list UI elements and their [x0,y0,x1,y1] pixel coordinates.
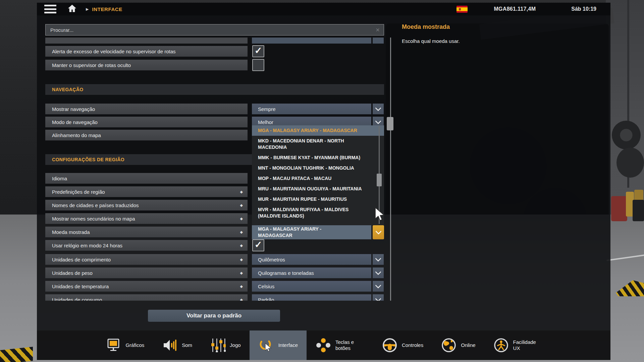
search-input[interactable] [46,27,372,33]
dropdown-chevron-button[interactable] [373,267,384,278]
chevron-down-icon [375,296,381,301]
diamond-icon: ◆ [240,203,243,207]
dropdown-chevron-button[interactable] [373,104,384,114]
currency-dropdown-chevron-button[interactable] [373,225,384,239]
dropdown-field[interactable]: Sempre [252,104,371,114]
section-header-navigation: NAVEGAÇÃO [45,84,384,95]
setting-label-box[interactable]: Unidades de comprimento ◆ [45,254,248,265]
diamond-icon: ◆ [240,257,243,262]
setting-label-box[interactable]: Moeda mostrada ◆ [45,227,248,237]
settings-row: Manter o supervisor de rotas oculto [45,60,384,71]
currency-dropdown-list: MGA - MALAGASY ARIARY - MADAGASCAR MKD -… [252,125,384,225]
dropdown-value: Padrão [258,297,274,301]
clipped-dropdown[interactable] [252,38,371,44]
monitor-icon [105,337,121,353]
tire-stack [616,147,644,178]
setting-label: Unidades de consumo [52,297,102,301]
tab-interface[interactable]: Interface [250,330,307,360]
currency-selected-line2: MADAGASCAR [258,232,368,239]
setting-label: Moeda mostrada [52,229,90,235]
cursor-click-icon [258,337,274,353]
clipped-label-box[interactable] [45,38,248,44]
checkbox[interactable]: ✓ [252,239,264,251]
setting-label-box[interactable]: Usar relógio em modo 24 horas ◆ [45,240,248,251]
dropdown-scrollbar-handle[interactable] [377,174,382,186]
tab-teclas-e-botoes[interactable]: Teclas e botões [307,330,373,360]
settings-scrollbar-track[interactable] [390,38,391,301]
setting-label: Manter o supervisor de rotas oculto [52,62,131,68]
diamond-icon: ◆ [240,230,243,234]
currency-option[interactable]: MOP - MACAU PATACA - MACAU [252,173,384,184]
settings-row: Usar relógio em modo 24 horas ◆ ✓ [45,240,384,251]
diamond-icon: ◆ [240,298,243,301]
setting-label-box[interactable]: Predefinições de região ◆ [45,186,248,197]
menu-icon[interactable] [44,5,56,13]
currency-selected-line1: MGA - MALAGASY ARIARY - [258,226,368,232]
setting-label-box[interactable]: Nomes de cidades e países traduzidos ◆ [45,200,248,210]
setting-label-box[interactable]: Idioma [45,173,248,184]
options-tab-bar: Gráficos Som Jogo Interface Teclas e bot… [37,330,610,360]
currency-option[interactable]: MNT - MONGOLIAN TUGHRIK - MONGOLIA [252,163,384,173]
dropdown-field[interactable]: Quilômetros [252,254,371,265]
setting-label-box[interactable]: Mostrar navegação [45,104,248,114]
dropdown-field[interactable]: Quilogramas e toneladas [252,267,371,278]
setting-label-box[interactable]: Unidades de peso ◆ [45,267,248,278]
setting-label-box[interactable]: Alinhamento do mapa [45,130,248,140]
setting-label-box[interactable]: Manter o supervisor de rotas oculto [45,60,248,70]
settings-row: Unidades de temperatura ◆ Celsius [45,281,384,292]
clipped-setting-row [45,38,384,44]
home-button[interactable] [67,4,77,14]
dropdown-chevron-button[interactable] [373,254,384,265]
dropdown-field[interactable]: Padrão [252,294,371,301]
ets2-options-screen: ▶ INTERFACE MGA861.117,4M Sáb 10:19 × Al… [0,0,644,362]
route-advisor-rows: Alerta de excesso de velocidade no super… [45,46,384,71]
setting-label: Unidades de peso [52,270,93,276]
setting-label-box[interactable]: Mostrar nomes secundários no mapa ◆ [45,213,248,224]
currency-option[interactable]: MGA - MALAGASY ARIARY - MADAGASCAR [252,125,384,136]
tab-jogo[interactable]: Jogo [201,330,250,360]
diamond-icon: ◆ [240,243,243,248]
setting-label-box[interactable]: Unidades de consumo ◆ [45,294,248,301]
currency-selected-field[interactable]: MGA - MALAGASY ARIARY - MADAGASCAR [252,225,371,239]
currency-option[interactable]: MKD - MACEDONIAN DENAR - NORTH MACEDONIA [252,136,384,153]
currency-option[interactable]: MRU - MAURITANIAN OUGUIYA - MAURITANIA [252,184,384,194]
dropdown-field[interactable]: Celsius [252,281,371,292]
setting-label: Idioma [52,176,67,181]
home-icon [67,4,77,14]
tab-graficos[interactable]: Gráficos [97,330,153,360]
clipped-dropdown-button[interactable] [373,38,384,44]
breadcrumb-arrow-icon: ▶ [86,7,89,11]
setting-label-box[interactable]: Modo de navegação [45,117,248,127]
dropdown-chevron-button[interactable] [373,281,384,292]
speaker-icon [162,337,178,353]
setting-label-box[interactable]: Alerta de excesso de velocidade no super… [45,46,248,57]
steering-wheel-icon [382,337,398,353]
tab-som[interactable]: Som [153,330,201,360]
red-barrel [611,196,627,221]
dropdown-chevron-button[interactable] [373,294,384,301]
chevron-down-icon [375,269,381,275]
settings-scrollbar-handle[interactable] [387,117,393,130]
diamond-icon: ◆ [240,271,243,275]
setting-label-box[interactable]: Unidades de temperatura ◆ [45,281,248,292]
setting-label: Usar relógio em modo 24 horas [52,243,122,248]
settings-row: Unidades de consumo ◆ Padrão [45,294,384,301]
tab-facilidade-ux[interactable]: Facilidade UX [484,330,551,360]
checkbox[interactable]: ✓ [252,45,264,57]
spain-flag-icon[interactable] [457,6,468,13]
tire-stack [612,121,641,149]
player-money: MGA861.117,4M [494,6,536,12]
tab-online[interactable]: Online [432,330,484,360]
tab-controles[interactable]: Controles [373,330,432,360]
reset-to-default-button[interactable]: Voltar para o padrão [148,310,280,322]
setting-label: Modo de navegação [52,119,98,125]
clear-search-icon[interactable]: × [372,26,384,34]
diamond-icon: ◆ [240,217,243,221]
chevron-down-icon [375,228,381,234]
checkbox[interactable] [252,59,264,71]
settings-row: Alerta de excesso de velocidade no super… [45,46,384,57]
currency-option[interactable]: MUR - MAURITIAN RUPEE - MAURITIUS [252,194,384,204]
sliders-icon [210,337,226,353]
currency-option[interactable]: MVR - MALDIVIAN RUFIYAA - MALDIVES (MALD… [252,204,384,221]
currency-option[interactable]: MMK - BURMESE KYAT - MYANMAR (BURMA) [252,153,384,163]
